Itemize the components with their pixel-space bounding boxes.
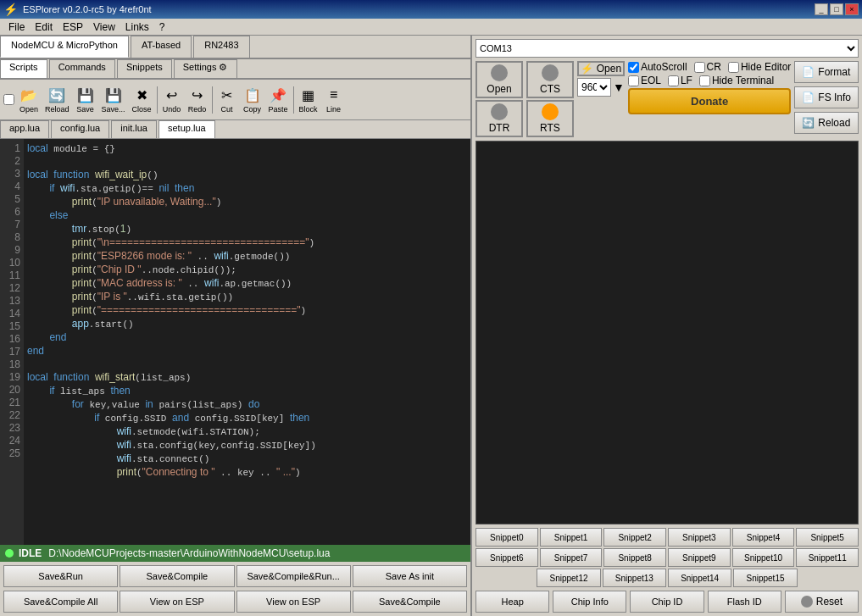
undo-button[interactable]: ↩ Undo bbox=[159, 84, 185, 115]
fsinfo-button[interactable]: 📄 FS Info bbox=[794, 86, 859, 108]
action-buttons-row2: Save&Compile All View on ESP View on ESP… bbox=[0, 591, 470, 616]
left-controls: Open DTR bbox=[475, 61, 523, 137]
close-file-button[interactable]: ✖ Close bbox=[129, 84, 155, 115]
paste-button[interactable]: 📌 Paste bbox=[265, 84, 292, 115]
hide-terminal-label: Hide Terminal bbox=[712, 75, 774, 86]
snippet7-button[interactable]: Snippet7 bbox=[540, 548, 603, 567]
open-button[interactable]: 📂 Open bbox=[16, 84, 42, 115]
line-button[interactable]: ≡ Line bbox=[321, 84, 347, 115]
dtr-ctrl-button[interactable]: DTR bbox=[475, 100, 523, 137]
reload-esp-button[interactable]: 🔄 Reload bbox=[794, 112, 859, 134]
snippet14-button[interactable]: Snippet14 bbox=[668, 569, 731, 587]
cts-ctrl-button[interactable]: CTS bbox=[526, 61, 574, 98]
reload-esp-icon: 🔄 bbox=[802, 117, 815, 129]
cut-button[interactable]: ✂ Cut bbox=[214, 84, 240, 115]
dtr-ctrl-label: DTR bbox=[489, 122, 510, 134]
menu-esp[interactable]: ESP bbox=[58, 19, 88, 35]
save-button[interactable]: 💾 Save bbox=[73, 84, 98, 115]
open-ctrl-button[interactable]: Open bbox=[475, 61, 523, 98]
minimize-button[interactable]: _ bbox=[815, 3, 828, 15]
status-path: D:\NodeMCUProjects-master\ArduinoWithNod… bbox=[48, 547, 330, 559]
tab-rn2483[interactable]: RN2483 bbox=[193, 36, 249, 58]
save-compile-button[interactable]: Save&Compile bbox=[120, 565, 234, 587]
snippet11-button[interactable]: Snippet11 bbox=[796, 548, 859, 567]
menu-edit[interactable]: Edit bbox=[30, 19, 58, 35]
baud-arrow[interactable]: ▼ bbox=[613, 80, 625, 94]
reset-button[interactable]: Reset bbox=[785, 591, 859, 613]
tab-at-based[interactable]: AT-based bbox=[131, 36, 192, 58]
sub-tab-commands[interactable]: Commands bbox=[49, 59, 115, 78]
reload-button[interactable]: 🔄 Reload bbox=[42, 84, 73, 115]
chip-info-button[interactable]: Chip Info bbox=[553, 591, 626, 613]
tab-nodemcu[interactable]: NodeMCU & MicroPython bbox=[0, 36, 129, 58]
chip-id-button[interactable]: Chip ID bbox=[630, 591, 704, 613]
copy-button[interactable]: 📋 Copy bbox=[240, 84, 265, 115]
snippet12-button[interactable]: Snippet12 bbox=[537, 569, 600, 587]
block-icon: ▦ bbox=[299, 86, 318, 104]
sub-tab-scripts[interactable]: Scripts bbox=[0, 59, 47, 78]
rts-ctrl-button[interactable]: RTS bbox=[526, 100, 574, 137]
cr-checkbox[interactable] bbox=[694, 62, 705, 73]
save-compile-all-button[interactable]: Save&Compile All bbox=[3, 591, 118, 613]
view-on-esp-button1[interactable]: View on ESP bbox=[120, 591, 234, 613]
menu-file[interactable]: File bbox=[3, 19, 30, 35]
format-button[interactable]: 📄 Format bbox=[794, 61, 859, 83]
snippet9-button[interactable]: Snippet9 bbox=[668, 548, 731, 567]
snippet1-button[interactable]: Snippet1 bbox=[540, 528, 603, 547]
bottom-buttons: Heap Chip Info Chip ID Flash ID Reset bbox=[475, 591, 859, 613]
file-tab-init[interactable]: init.lua bbox=[111, 120, 157, 138]
block-label: Block bbox=[299, 105, 318, 114]
right-controls: CTS RTS bbox=[526, 61, 574, 137]
save-run-button[interactable]: Save&Run bbox=[3, 565, 118, 587]
flash-id-button[interactable]: Flash ID bbox=[708, 591, 781, 613]
open-icon: 📂 bbox=[19, 86, 38, 104]
heap-button[interactable]: Heap bbox=[475, 591, 549, 613]
file-tab-config[interactable]: config.lua bbox=[51, 120, 109, 138]
redo-button[interactable]: ↪ Redo bbox=[185, 84, 210, 115]
file-tab-setup[interactable]: setup.lua bbox=[158, 120, 215, 138]
menu-help[interactable]: ? bbox=[154, 19, 170, 35]
hide-editor-checkbox[interactable] bbox=[728, 62, 739, 73]
code-editor[interactable]: 12345 678910 1112131415 1617181920 21222… bbox=[0, 139, 470, 545]
save-compile-button2[interactable]: Save&Compile bbox=[353, 591, 467, 613]
snippet15-button[interactable]: Snippet15 bbox=[733, 569, 797, 587]
sub-tab-snippets[interactable]: Snippets bbox=[117, 59, 172, 78]
snippet3-button[interactable]: Snippet3 bbox=[668, 528, 731, 547]
snippet-rows: Snippet0 Snippet1 Snippet2 Snippet3 Snip… bbox=[475, 528, 859, 587]
view-on-esp-button2[interactable]: View on ESP bbox=[236, 591, 351, 613]
checkbox-all[interactable] bbox=[3, 94, 14, 105]
snippet0-button[interactable]: Snippet0 bbox=[475, 528, 538, 547]
code-content[interactable]: local module = {} local function wifi_wa… bbox=[24, 139, 470, 545]
com-port-select[interactable]: COM13 bbox=[475, 39, 859, 58]
sub-tab-settings[interactable]: Settings ⚙ bbox=[174, 59, 237, 78]
open-connection-button[interactable]: ⚡ Open bbox=[577, 61, 625, 76]
file-tab-app[interactable]: app.lua bbox=[0, 120, 49, 138]
eol-checkbox[interactable] bbox=[628, 75, 639, 86]
maximize-button[interactable]: □ bbox=[830, 3, 843, 15]
lf-cb-wrap: LF bbox=[668, 75, 692, 86]
menu-links[interactable]: Links bbox=[120, 19, 154, 35]
autoscroll-checkbox[interactable] bbox=[628, 62, 639, 73]
snippet4-button[interactable]: Snippet4 bbox=[732, 528, 795, 547]
hide-terminal-checkbox[interactable] bbox=[699, 75, 710, 86]
menu-view[interactable]: View bbox=[88, 19, 120, 35]
close-button[interactable]: × bbox=[845, 3, 859, 15]
save-compile-run-button[interactable]: Save&Compile&Run... bbox=[236, 565, 351, 587]
block-button[interactable]: ▦ Block bbox=[296, 84, 321, 115]
snippet5-button[interactable]: Snippet5 bbox=[796, 528, 859, 547]
donate-button[interactable]: Donate bbox=[628, 88, 791, 114]
snippet8-button[interactable]: Snippet8 bbox=[603, 548, 666, 567]
lf-checkbox[interactable] bbox=[668, 75, 679, 86]
baud-select[interactable]: 9600 115200 57600 bbox=[577, 78, 611, 97]
fsinfo-icon: 📄 bbox=[802, 92, 815, 103]
undo-icon: ↩ bbox=[163, 86, 181, 104]
snippet13-button[interactable]: Snippet13 bbox=[603, 569, 666, 587]
terminal[interactable] bbox=[475, 141, 859, 524]
save-as-init-button[interactable]: Save As init bbox=[353, 565, 467, 587]
snippet10-button[interactable]: Snippet10 bbox=[732, 548, 795, 567]
snippet6-button[interactable]: Snippet6 bbox=[475, 548, 538, 567]
snippet2-button[interactable]: Snippet2 bbox=[603, 528, 666, 547]
saveas-button[interactable]: 💾 Save... bbox=[98, 84, 129, 115]
copy-label: Copy bbox=[243, 105, 261, 114]
sub-tabs: Scripts Commands Snippets Settings ⚙ bbox=[0, 59, 470, 80]
